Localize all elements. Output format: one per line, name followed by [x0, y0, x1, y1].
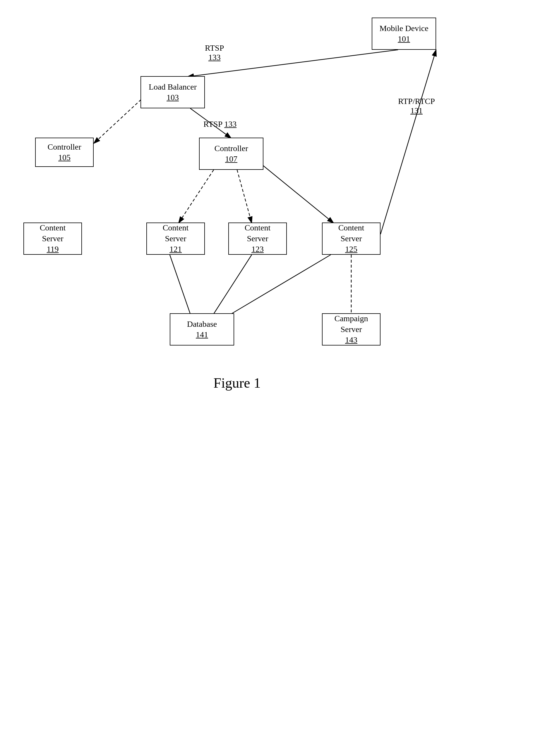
dashed-lb-to-ctrl105 — [94, 99, 141, 144]
rtp-rtcp-text: RTP/RTCP — [398, 96, 435, 106]
controller-107-id: 107 — [225, 154, 237, 164]
mobile-device-id: 101 — [398, 34, 410, 44]
content-server-119-id: 119 — [47, 244, 59, 255]
rtsp-text-top: RTSP — [205, 43, 224, 52]
figure-caption-text: Figure 1 — [213, 375, 260, 391]
rtp-rtcp-arrow — [381, 50, 436, 234]
cs121-to-db — [170, 255, 190, 314]
dashed-ctrl107-to-cs121 — [178, 170, 214, 223]
rtsp-id-top: 133 — [208, 53, 221, 62]
cs123-to-db — [214, 255, 252, 314]
rtp-rtcp-label: RTP/RTCP 131 — [398, 96, 435, 115]
node-content-server-121: Content Server 121 — [147, 223, 205, 255]
database-id: 141 — [196, 329, 208, 340]
controller-105-id: 105 — [58, 152, 70, 163]
node-database: Database 141 — [170, 313, 234, 345]
node-load-balancer: Load Balancer 103 — [141, 76, 205, 108]
rtsp-label-top: RTSP 133 — [205, 43, 224, 62]
solid-ctrl107-to-cs125 — [257, 161, 334, 223]
database-label: Database — [187, 319, 217, 329]
node-content-server-123: Content Server 123 — [228, 223, 287, 255]
content-server-119-label: Content Server — [28, 223, 77, 244]
rtsp-label-mid: RTSP 133 — [203, 120, 236, 129]
controller-107-label: Controller — [214, 143, 248, 154]
rtsp-id-mid: 133 — [224, 120, 236, 128]
content-server-123-label: Content Server — [233, 223, 282, 244]
campaign-server-label: Campaign Server — [327, 313, 376, 335]
content-server-125-label: Content Server — [327, 223, 376, 244]
rtp-rtcp-id: 131 — [410, 106, 423, 115]
load-balancer-label: Load Balancer — [149, 82, 197, 92]
controller-105-label: Controller — [47, 142, 81, 152]
figure-caption: Figure 1 — [178, 375, 296, 391]
cs125-to-db — [231, 255, 331, 314]
campaign-server-id: 143 — [345, 335, 358, 345]
content-server-121-label: Content Server — [151, 223, 200, 244]
content-server-121-id: 121 — [170, 244, 182, 255]
node-controller-107: Controller 107 — [199, 138, 263, 170]
node-campaign-server: Campaign Server 143 — [322, 313, 381, 345]
rtsp-text-mid: RTSP — [203, 120, 224, 128]
node-content-server-125: Content Server 125 — [322, 223, 381, 255]
node-mobile-device: Mobile Device 101 — [372, 17, 436, 50]
diagram: Mobile Device 101 RTSP 133 RTP/RTCP 131 … — [0, 0, 533, 756]
dashed-ctrl107-to-cs123 — [237, 170, 252, 223]
content-server-123-id: 123 — [252, 244, 264, 255]
load-balancer-id: 103 — [167, 92, 179, 103]
node-content-server-119: Content Server 119 — [23, 223, 82, 255]
content-server-125-id: 125 — [345, 244, 358, 255]
node-controller-105: Controller 105 — [35, 138, 94, 167]
mobile-device-label: Mobile Device — [379, 23, 428, 34]
